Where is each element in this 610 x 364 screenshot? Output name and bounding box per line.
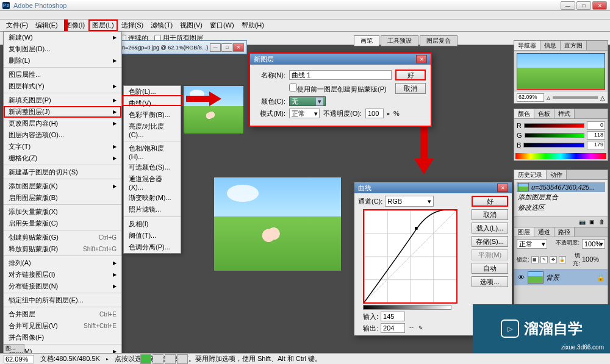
new-layer-close-button[interactable]: ✕	[416, 55, 427, 63]
color-spectrum[interactable]	[515, 153, 606, 159]
layers-tab[interactable]: 图层	[514, 227, 534, 237]
menu-item[interactable]: 对齐链接图层(I)▶	[4, 269, 121, 280]
canvas-tab-brush[interactable]: 画笔	[354, 35, 379, 46]
layer-opacity-input[interactable]: 100%	[582, 239, 605, 249]
curves-ok-button[interactable]: 好	[472, 196, 508, 207]
menu-item[interactable]: 更改图层内容(H)▶	[4, 118, 121, 129]
swatches-tab[interactable]: 色板	[534, 109, 554, 118]
history-item[interactable]: 修改选区	[517, 202, 605, 213]
tray-icon-2[interactable]	[152, 354, 163, 364]
visibility-icon[interactable]: 👁	[517, 273, 525, 282]
menu-item[interactable]: 分布链接图层(N)▶	[4, 280, 121, 293]
status-arrow-icon[interactable]: ▸	[106, 357, 109, 362]
status-zoom[interactable]: 62.09%	[4, 355, 34, 363]
history-tab[interactable]: 历史记录	[514, 170, 547, 179]
menu-item[interactable]: 新填充图层(P)▶	[4, 95, 121, 106]
maximize-button[interactable]: □	[576, 1, 591, 10]
curves-titlebar[interactable]: 曲线 ✕	[354, 182, 512, 193]
tray-icon-1[interactable]	[140, 354, 151, 364]
lock-all-icon[interactable]: 🔒	[559, 256, 566, 263]
zoom-slider[interactable]	[553, 96, 598, 99]
menu-item[interactable]: 新调整图层(J)▶	[4, 106, 121, 118]
menu-item[interactable]: 新建基于图层的切片(S)	[4, 166, 121, 179]
menu-选择[interactable]: 选择(S)	[118, 20, 148, 31]
output-value[interactable]: 204	[381, 323, 405, 333]
channel-dropdown[interactable]: RGB	[385, 196, 434, 207]
menu-item[interactable]: 锁定组中的所有图层(E)...	[4, 294, 121, 307]
channels-tab[interactable]: 通道	[534, 227, 554, 237]
menu-item[interactable]: 创建剪贴蒙版(G)Ctrl+G	[4, 232, 121, 243]
menu-item[interactable]: 拼合图像(F)	[4, 332, 121, 344]
new-doc-icon[interactable]: ▣	[588, 218, 595, 226]
histogram-tab[interactable]: 直方图	[561, 41, 587, 50]
trash-icon[interactable]: 🗑	[598, 218, 605, 226]
history-snapshot[interactable]: u=3535467360,425...	[517, 182, 605, 192]
layer-row-background[interactable]: 👁 背景 🔒	[514, 269, 608, 285]
input-value[interactable]: 145	[381, 312, 405, 321]
document-window-header[interactable]: n=26&gp=0.jpg @ 62.1%(RGB/8...) — □ ✕	[119, 40, 247, 54]
menu-item[interactable]: 新建(W)▶	[4, 32, 121, 43]
submenu-item[interactable]: 亮度/对比度(C)...	[124, 121, 181, 140]
menu-item[interactable]: 添加图层蒙版(K)▶	[4, 180, 121, 192]
menu-窗口[interactable]: 窗口(W)	[206, 20, 238, 31]
status-doc-tab[interactable]: 图...	[3, 344, 24, 352]
new-snapshot-icon[interactable]: 📷	[578, 218, 586, 226]
navigator-tab[interactable]: 导航器	[514, 41, 540, 50]
zoom-out-icon[interactable]: △	[547, 95, 550, 101]
menu-item[interactable]: 排列(A)▶	[4, 257, 121, 269]
zoom-in-icon[interactable]: △	[600, 95, 605, 101]
tray-icon-4[interactable]	[177, 354, 188, 364]
history-item[interactable]: 添加图层复合	[517, 192, 605, 202]
menu-item[interactable]: 文字(T)▶	[4, 141, 121, 152]
menu-item[interactable]: 启用矢量蒙版(C)	[4, 218, 121, 230]
opacity-input[interactable]: 100	[365, 109, 384, 118]
g-slider[interactable]	[525, 133, 584, 138]
menu-图层[interactable]: 图层(L)	[88, 20, 117, 31]
g-value[interactable]: 118	[587, 131, 605, 140]
b-slider[interactable]	[523, 143, 584, 148]
lock-transparency-icon[interactable]: ▦	[531, 256, 539, 263]
canvas-tab-toolpreset[interactable]: 工具预设	[381, 35, 418, 46]
fill-input[interactable]: 100%	[582, 255, 605, 264]
submenu-item[interactable]: 照片滤镜...	[124, 204, 181, 215]
name-input[interactable]: 曲线 1	[289, 70, 392, 80]
menu-item[interactable]: 启用图层蒙版(B)	[4, 192, 121, 205]
menu-item[interactable]: 释放剪贴蒙版(R)Shift+Ctrl+G	[4, 243, 121, 256]
r-slider[interactable]	[524, 123, 584, 128]
menu-帮助[interactable]: 帮助(H)	[238, 20, 268, 31]
curves-smooth-button[interactable]: 平滑(M)	[472, 249, 508, 260]
menu-视图[interactable]: 视图(V)	[176, 20, 206, 31]
lock-pixels-icon[interactable]: ✎	[540, 256, 548, 263]
actions-tab[interactable]: 动作	[547, 170, 567, 179]
minimize-button[interactable]: —	[561, 1, 575, 10]
canvas-tab-layercomp[interactable]: 图层复合	[420, 35, 458, 46]
blend-mode-dropdown[interactable]: 正常	[517, 239, 547, 249]
tray-icon-3[interactable]	[165, 354, 176, 364]
clip-checkbox[interactable]: 使用前一图层创建剪贴蒙版(P)	[289, 84, 392, 94]
submenu-item[interactable]: 色调分离(P)...	[124, 241, 181, 253]
curves-cancel-button[interactable]: 取消	[472, 209, 508, 220]
menu-item[interactable]: 添加矢量蒙版(X)	[4, 206, 121, 218]
menu-item[interactable]: 复制图层(D)...	[4, 43, 121, 55]
close-button[interactable]: ✕	[592, 1, 607, 10]
pencil-tool-icon[interactable]: ✎	[417, 324, 425, 332]
submenu-item[interactable]: 渐变映射(M)...	[124, 192, 181, 204]
doc-min-button[interactable]: —	[210, 43, 221, 52]
doc-max-button[interactable]: □	[221, 43, 232, 52]
new-layer-titlebar[interactable]: 新图层 ✕	[250, 54, 431, 65]
paths-tab[interactable]: 路径	[554, 227, 575, 237]
r-value[interactable]: 0	[587, 121, 605, 130]
menu-item[interactable]: 图层属性...	[4, 69, 121, 80]
curves-options-button[interactable]: 选项...	[472, 276, 508, 287]
curve-tool-icon[interactable]: 〰	[407, 324, 415, 332]
menu-滤镜[interactable]: 滤镜(T)	[147, 20, 176, 31]
b-value[interactable]: 179	[587, 141, 605, 149]
menu-item[interactable]: 图层内容选项(O)...	[4, 129, 121, 141]
mode-dropdown[interactable]: 正常	[289, 109, 320, 118]
submenu-item[interactable]: 色相/饱和度(H)...	[124, 143, 181, 162]
menu-item[interactable]: 栅格化(Z)▶	[4, 152, 121, 165]
lock-position-icon[interactable]: ✥	[550, 256, 557, 263]
color-dropdown[interactable]: 无	[289, 96, 326, 106]
submenu-item[interactable]: 阈值(T)...	[124, 230, 181, 241]
navigator-preview[interactable]	[517, 53, 605, 90]
